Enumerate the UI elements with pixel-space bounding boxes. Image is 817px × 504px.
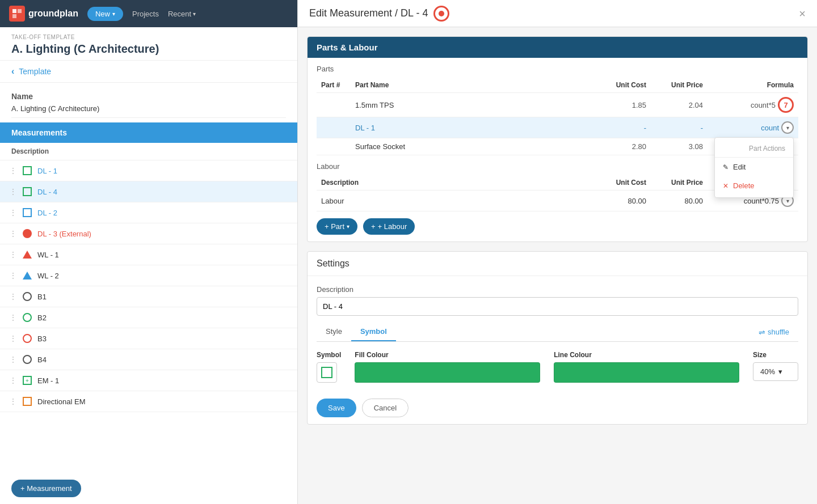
line-colour-bar[interactable] [554,362,739,383]
cell-part-name: DL - 1 [351,117,594,138]
parts-labour-card: Parts & Labour Parts Part # Part Name Un… [307,36,808,242]
parts-section-title: Parts [317,65,798,73]
formula-badge-button[interactable]: 7 [778,97,794,113]
edit-menu-item[interactable]: ✎ Edit [715,158,793,176]
cell-unit-cost: 1.85 [594,93,651,117]
drag-handle-icon: ⋮ [9,334,17,343]
settings-desc-label: Description [317,285,798,294]
logo-icon [9,6,25,22]
list-item[interactable]: ⋮ B4 [0,349,297,370]
add-part-button[interactable]: + Part [317,218,357,235]
edit-icon: ✎ [723,163,728,171]
breadcrumb: ‹ Template [0,61,297,83]
list-item[interactable]: ⋮ B2 [0,307,297,328]
item-icon-dl1 [22,165,33,176]
parts-section: Parts Part # Part Name Unit Cost Unit Pr… [308,58,807,155]
col-part-name: Part Name [351,78,594,93]
record-button[interactable] [433,6,449,22]
table-row-highlighted: DL - 1 - - count ▾ Part Acti [317,117,798,138]
shuffle-icon: ⇌ [759,328,765,337]
list-item[interactable]: ⋮ B3 [0,328,297,349]
size-col: Size 40% ▾ [753,351,798,381]
tabs-row: Style Symbol ⇌ shuffle [317,323,798,342]
symbol-preview[interactable] [317,362,337,383]
parts-table: Part # Part Name Unit Cost Unit Price Fo… [317,78,798,155]
measurements-header: Measurements [0,122,297,143]
breadcrumb-label[interactable]: Template [19,67,51,76]
svg-rect-3 [18,14,22,18]
settings-title: Settings [308,252,807,276]
list-item[interactable]: ⋮ Directional EM [0,391,297,412]
line-colour-header: Line Colour [554,351,739,359]
right-header: Edit Measurement / DL - 4 × [298,0,817,27]
drag-handle-icon: ⋮ [9,166,17,175]
parts-labour-header: Parts & Labour [308,37,807,58]
edit-measurement-title: Edit Measurement / DL - 4 [309,7,428,19]
add-measurement-button[interactable]: + Measurement [11,480,81,497]
recent-link[interactable]: Recent [168,10,196,18]
cell-formula: count ▾ Part Actions ✎ Edit [707,117,798,138]
save-button[interactable]: Save [317,399,356,417]
drag-handle-icon: ⋮ [9,187,17,196]
cell-unit-cost: 2.80 [594,138,651,155]
close-button[interactable]: × [799,8,806,19]
col-unit-price: Unit Price [651,78,707,93]
size-header: Size [753,351,798,359]
cell-part-num [317,117,351,138]
context-menu: Part Actions ✎ Edit ✕ Delete [714,137,794,198]
list-item[interactable]: ⋮ DL - 3 (External) [0,223,297,244]
drag-handle-icon: ⋮ [9,376,17,385]
symbol-col: Symbol [317,351,341,383]
measurement-list: ⋮ DL - 1 ⋮ DL - 4 ⋮ DL - 2 ⋮ DL - 3 (Ext… [0,160,297,473]
symbol-section: Symbol Fill Colour Line Colour [317,351,798,383]
tab-symbol[interactable]: Symbol [351,323,396,341]
fill-colour-header: Fill Colour [355,351,540,359]
breadcrumb-back-icon[interactable]: ‹ [11,66,14,77]
cell-formula: count*5 7 [707,93,798,117]
cell-part-name: Surface Socket [351,138,594,155]
svg-rect-0 [12,9,16,13]
list-item[interactable]: ⋮ WL - 1 [0,244,297,265]
item-label: B2 [37,314,47,322]
item-label: DL - 3 (External) [37,230,91,238]
item-label: B3 [37,334,47,343]
drag-handle-icon: ⋮ [9,292,17,301]
right-content: Parts & Labour Parts Part # Part Name Un… [298,27,817,434]
delete-menu-item[interactable]: ✕ Delete [715,176,793,195]
settings-desc-input[interactable] [317,297,798,316]
list-item[interactable]: ⋮ DL - 4 [0,181,297,202]
tab-style[interactable]: Style [317,323,351,341]
size-dropdown[interactable]: 40% ▾ [753,362,798,381]
item-label: B1 [37,293,47,301]
projects-link[interactable]: Projects [132,10,159,18]
add-labour-button[interactable]: + + Labour [363,218,415,235]
item-icon-b3 [22,333,33,344]
item-label: DL - 1 [37,167,57,175]
svg-rect-1 [18,9,22,13]
shuffle-button[interactable]: ⇌ shuffle [749,323,798,341]
tabs: Style Symbol [317,323,396,341]
list-item[interactable]: ⋮ WL - 2 [0,265,297,286]
left-panel: groundplan New Projects Recent TAKE-OFF … [0,0,298,504]
labour-col-unit-cost: Unit Cost [594,175,651,190]
take-off-label: TAKE-OFF TEMPLATE [11,34,286,40]
drag-handle-icon: ⋮ [9,313,17,322]
list-item[interactable]: ⋮ DL - 1 [0,160,297,181]
parts-table-wrapper: Part # Part Name Unit Cost Unit Price Fo… [317,78,798,155]
item-icon-b2 [22,312,33,323]
list-item[interactable]: ⋮ EM - 1 [0,370,297,391]
svg-rect-2 [12,14,16,18]
col-part-num: Part # [317,78,351,93]
list-item[interactable]: ⋮ B1 [0,286,297,307]
item-icon-dl4 [22,186,33,197]
fill-colour-col: Fill Colour [355,351,540,383]
labour-col-unit-price: Unit Price [651,175,707,190]
fill-colour-bar[interactable] [355,362,540,383]
list-item[interactable]: ⋮ DL - 2 [0,202,297,223]
new-button[interactable]: New [87,7,123,21]
formula-dropdown-button[interactable]: ▾ [781,121,794,134]
cell-unit-cost: - [594,117,651,138]
symbol-header: Symbol [317,351,341,359]
logo-text: groundplan [28,9,78,19]
cancel-button[interactable]: Cancel [362,399,408,417]
